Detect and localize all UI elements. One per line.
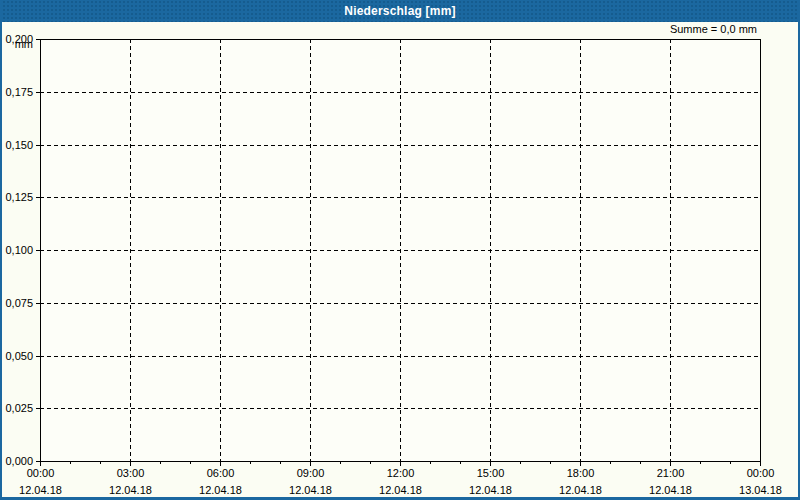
chart-title: Niederschlag [mm]	[344, 4, 455, 18]
x-tick-time-label: 03:00	[117, 467, 145, 479]
x-tick-date-label: 12.04.18	[469, 484, 512, 496]
y-tick-label: 0,150	[5, 139, 33, 151]
y-tick-label: 0,100	[5, 244, 33, 256]
y-tick-label: 0,125	[5, 191, 33, 203]
x-tick-date-label: 12.04.18	[379, 484, 422, 496]
x-tick-time-label: 09:00	[297, 467, 325, 479]
y-tick-label: 0,075	[5, 297, 33, 309]
x-tick-date-label: 12.04.18	[649, 484, 692, 496]
chart-title-bar: Niederschlag [mm]	[2, 0, 798, 22]
x-tick-date-label: 13.04.18	[739, 484, 782, 496]
x-tick-time-label: 21:00	[657, 467, 685, 479]
x-tick-date-label: 12.04.18	[109, 484, 152, 496]
precipitation-chart: 0,0000,0250,0500,0750,1000,1250,1500,175…	[2, 22, 798, 497]
x-tick-date-label: 12.04.18	[199, 484, 242, 496]
y-tick-label: 0,050	[5, 350, 33, 362]
y-axis-unit-label: mm	[15, 38, 33, 50]
x-tick-date-label: 12.04.18	[559, 484, 602, 496]
x-tick-date-label: 12.04.18	[289, 484, 332, 496]
x-tick-time-label: 06:00	[207, 467, 235, 479]
chart-canvas: 0,0000,0250,0500,0750,1000,1250,1500,175…	[2, 22, 798, 497]
x-tick-time-label: 00:00	[27, 467, 55, 479]
y-tick-label: 0,000	[5, 455, 33, 467]
x-tick-time-label: 12:00	[387, 467, 415, 479]
chart-window: Niederschlag [mm] Summe = 0,0 mm 0,0000,…	[0, 0, 800, 500]
x-tick-date-label: 12.04.18	[19, 484, 62, 496]
y-tick-label: 0,025	[5, 402, 33, 414]
x-tick-time-label: 00:00	[747, 467, 775, 479]
y-tick-label: 0,175	[5, 86, 33, 98]
x-tick-time-label: 15:00	[477, 467, 505, 479]
x-tick-time-label: 18:00	[567, 467, 595, 479]
